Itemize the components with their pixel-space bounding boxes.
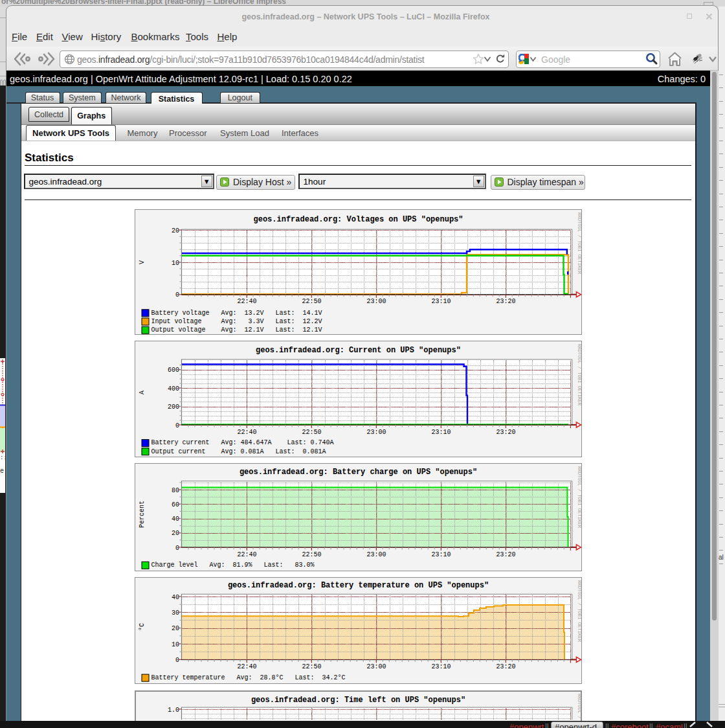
svg-text:60: 60: [172, 501, 179, 508]
svg-text:geos.infradead.org: Battery te: geos.infradead.org: Battery temperature …: [228, 581, 489, 590]
svg-text:40: 40: [172, 594, 179, 601]
svg-text:Charge level Avg: 81.9% L: Charge level Avg: 81.9% Last: 83.0%: [151, 562, 315, 569]
svg-text:22:50: 22:50: [302, 663, 321, 670]
svg-text:RRDTOOL / TOBI OETIKER: RRDTOOL / TOBI OETIKER: [577, 580, 582, 643]
svg-text:0: 0: [175, 291, 179, 299]
svg-text:Percent: Percent: [139, 501, 146, 528]
svg-text:23:20: 23:20: [496, 551, 515, 558]
svg-text:23:10: 23:10: [431, 298, 451, 305]
svg-text:Battery temperature Avg: 28: Battery temperature Avg: 28.8°C Last: 34…: [151, 674, 346, 681]
svg-text:22:40: 22:40: [237, 298, 256, 305]
svg-text:RRDTOOL / TOBI OETIKER: RRDTOOL / TOBI OETIKER: [577, 212, 582, 275]
svg-text:1.0: 1.0: [168, 706, 179, 713]
svg-text:23:10: 23:10: [431, 663, 451, 670]
svg-text:V: V: [139, 260, 146, 264]
svg-text:400: 400: [168, 385, 179, 392]
svg-text:23:20: 23:20: [496, 428, 515, 435]
svg-text:Battery current Avg: 484.647: Battery current Avg: 484.647A Last: 0.74…: [151, 439, 334, 446]
svg-text:23:00: 23:00: [366, 663, 386, 670]
svg-text:20: 20: [172, 227, 179, 234]
svg-text:40: 40: [172, 516, 179, 523]
svg-text:22:50: 22:50: [302, 298, 321, 305]
svg-text:23:10: 23:10: [431, 551, 451, 558]
svg-text:23:00: 23:00: [366, 298, 386, 305]
svg-text:0: 0: [175, 422, 179, 429]
svg-text:600: 600: [168, 367, 179, 374]
svg-text:80: 80: [172, 486, 179, 494]
svg-text:22:40: 22:40: [237, 428, 256, 435]
svg-text:0: 0: [175, 544, 179, 551]
svg-text:30: 30: [172, 609, 179, 617]
svg-text:RRDTOOL / TOBI OETIKER: RRDTOOL / TOBI OETIKER: [577, 694, 582, 721]
svg-text:RRDTOOL / TOBI OETIKER: RRDTOOL / TOBI OETIKER: [577, 466, 582, 529]
svg-text:22:50: 22:50: [302, 428, 321, 435]
svg-text:22:50: 22:50: [302, 551, 321, 558]
svg-text:23:00: 23:00: [366, 551, 386, 558]
svg-text:10: 10: [172, 260, 179, 267]
svg-text:200: 200: [168, 404, 179, 411]
svg-text:Output voltage Avg: 12.1V: Output voltage Avg: 12.1V Last: 12.1V: [151, 326, 322, 334]
svg-text:geos.infradead.org: Battery ch: geos.infradead.org: Battery charge on UP…: [240, 468, 477, 477]
svg-text:20: 20: [172, 530, 179, 537]
svg-text:::: ::: [0, 455, 5, 461]
svg-text:23:20: 23:20: [496, 663, 515, 670]
svg-text:e: e: [0, 468, 4, 475]
svg-text:23:00: 23:00: [366, 428, 386, 435]
svg-text:RRDTOOL / TOBI OETIKER: RRDTOOL / TOBI OETIKER: [577, 344, 582, 406]
svg-text:geos.infradead.org: Time left: geos.infradead.org: Time left on UPS "op…: [251, 695, 465, 704]
svg-text:Output current Avg: 0.081A: Output current Avg: 0.081A Last: 0.081A: [151, 448, 326, 455]
svg-text:23:20: 23:20: [496, 298, 515, 305]
svg-text:geos.infradead.org: Current on: geos.infradead.org: Current on UPS "open…: [256, 345, 461, 354]
svg-text:Input voltage Avg: 3.3V: Input voltage Avg: 3.3V Last: 12.2V: [151, 318, 322, 325]
svg-text:23:10: 23:10: [431, 428, 451, 435]
svg-text:Battery voltage Avg: 13.2V: Battery voltage Avg: 13.2V Last: 14.1V: [151, 310, 322, 317]
svg-text:geos.infradead.org: Voltages o: geos.infradead.org: Voltages on UPS "ope…: [254, 215, 463, 224]
svg-text:A: A: [139, 391, 146, 394]
svg-text:22:40: 22:40: [237, 551, 256, 558]
svg-text:10: 10: [172, 641, 179, 648]
svg-text:°C: °C: [139, 623, 146, 631]
svg-text:20: 20: [172, 625, 179, 632]
svg-text:22:40: 22:40: [237, 663, 256, 670]
svg-text:0: 0: [175, 657, 179, 664]
